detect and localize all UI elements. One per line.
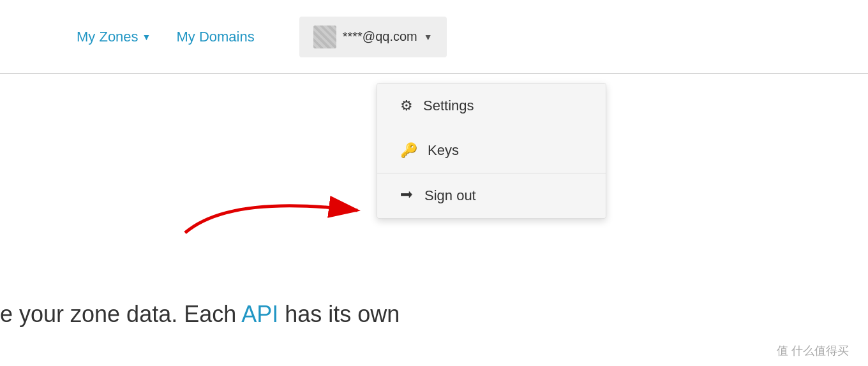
my-zones-dropdown-arrow-icon: ▼ xyxy=(142,32,151,42)
my-zones-nav-link[interactable]: My Zones ▼ xyxy=(77,29,151,45)
bottom-text-before-api: e your zone data. Each xyxy=(0,301,241,327)
keys-label: Keys xyxy=(428,142,459,159)
signout-label: Sign out xyxy=(424,187,476,204)
bottom-description-text: e your zone data. Each API has its own xyxy=(0,301,400,328)
user-dropdown-arrow-icon: ▼ xyxy=(424,32,433,42)
signout-menu-item[interactable]: ⮕ Sign out xyxy=(377,173,606,218)
watermark: 值 什么值得买 xyxy=(777,343,849,358)
my-domains-nav-link[interactable]: My Domains xyxy=(176,29,254,45)
my-zones-label: My Zones xyxy=(77,29,138,45)
my-domains-label: My Domains xyxy=(176,29,254,45)
key-icon: 🔑 xyxy=(400,142,417,159)
keys-menu-item[interactable]: 🔑 Keys xyxy=(377,128,606,173)
nav-links: My Zones ▼ My Domains ****@qq.com ▼ xyxy=(77,17,447,57)
user-email-display: ****@qq.com xyxy=(343,29,417,44)
user-account-button[interactable]: ****@qq.com ▼ xyxy=(299,17,447,57)
header: My Zones ▼ My Domains ****@qq.com ▼ xyxy=(0,0,868,73)
settings-label: Settings xyxy=(423,98,474,114)
settings-menu-item[interactable]: ⚙ Settings xyxy=(377,84,606,128)
gear-icon: ⚙ xyxy=(400,98,413,114)
api-link[interactable]: API xyxy=(241,301,278,327)
user-avatar xyxy=(313,26,336,48)
red-arrow-indicator xyxy=(179,188,364,239)
signout-icon: ⮕ xyxy=(400,187,414,204)
user-dropdown-menu: ⚙ Settings 🔑 Keys ⮕ Sign out xyxy=(377,83,606,219)
bottom-text-after-api: has its own xyxy=(278,301,400,327)
header-divider xyxy=(0,73,868,74)
